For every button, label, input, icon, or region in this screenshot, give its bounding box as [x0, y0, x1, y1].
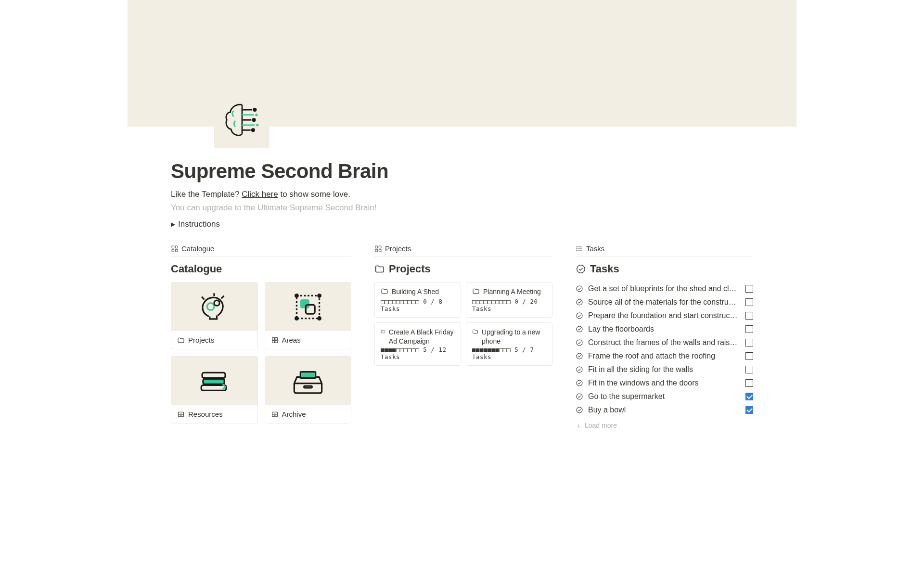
gallery-view-icon	[374, 245, 382, 253]
check-circle-icon	[576, 285, 583, 293]
catalogue-card-label: Archive	[282, 410, 306, 418]
click-here-link[interactable]: Click here	[242, 190, 278, 199]
task-row[interactable]: Source all of the materials for the cons…	[576, 295, 753, 309]
svg-rect-30	[201, 385, 226, 390]
task-checkbox[interactable]	[745, 325, 753, 333]
svg-point-3	[255, 114, 257, 116]
svg-rect-13	[175, 249, 178, 252]
task-row[interactable]: Get a set of blueprints for the shed and…	[576, 282, 753, 295]
tab-tasks[interactable]: Tasks	[576, 244, 753, 257]
section-title-projects: Projects	[374, 263, 552, 275]
upgrade-text[interactable]: You can upgrade to the Ultimate Supreme …	[171, 203, 753, 213]
svg-rect-43	[375, 246, 378, 248]
page-title[interactable]: Supreme Second Brain	[171, 160, 753, 183]
project-card[interactable]: Upgrading to a new phone■■■■■■■□□□ 5 / 7…	[466, 322, 552, 366]
page-icon[interactable]	[214, 93, 270, 148]
list-view-icon	[576, 245, 583, 253]
check-circle-icon	[576, 264, 586, 274]
catalogue-card-label: Projects	[188, 336, 214, 344]
check-circle-icon	[576, 325, 583, 333]
task-row[interactable]: Buy a bowl	[576, 403, 753, 417]
svg-point-5	[253, 118, 255, 121]
svg-point-7	[256, 124, 258, 126]
svg-rect-11	[175, 246, 178, 248]
cabinet-icon	[177, 410, 185, 418]
folder-icon	[374, 264, 385, 274]
task-row[interactable]: Frame the roof and attach the roofing	[576, 349, 753, 363]
task-checkbox[interactable]	[745, 406, 753, 414]
svg-rect-12	[172, 249, 174, 252]
svg-rect-27	[275, 337, 277, 340]
load-more-button[interactable]: Load more	[576, 422, 753, 429]
subtitle-suffix: to show some love.	[278, 190, 350, 199]
task-row[interactable]: Fit in all the siding for the walls	[576, 363, 753, 376]
svg-line-16	[202, 296, 205, 299]
svg-point-9	[252, 128, 254, 131]
task-checkbox[interactable]	[745, 312, 753, 320]
check-circle-icon	[576, 393, 583, 400]
task-text: Source all of the materials for the cons…	[588, 298, 741, 307]
tab-projects-label: Projects	[385, 244, 411, 253]
svg-point-22	[295, 294, 298, 297]
instructions-label: Instructions	[178, 219, 220, 229]
task-checkbox[interactable]	[745, 352, 753, 360]
catalogue-card-archive[interactable]: Archive	[265, 356, 352, 423]
load-more-label: Load more	[585, 422, 617, 429]
folder-icon	[472, 287, 480, 295]
section-title-catalogue: Catalogue	[171, 263, 351, 275]
svg-point-62	[577, 394, 582, 399]
svg-rect-10	[172, 246, 174, 248]
svg-rect-44	[379, 246, 381, 248]
svg-point-23	[318, 294, 321, 297]
squares-overlap-icon	[292, 291, 324, 323]
svg-line-17	[221, 295, 224, 298]
project-progress: □□□□□□□□□□ 0 / 8 Tasks	[381, 298, 455, 312]
gallery-view-icon	[171, 245, 179, 253]
task-row[interactable]: Prepare the foundation and start constru…	[576, 309, 753, 322]
project-card[interactable]: Create A Black Friday Ad Campaign■■■■□□□…	[374, 322, 461, 366]
svg-point-54	[577, 286, 582, 292]
task-row[interactable]: Fit in the windows and the doors	[576, 376, 753, 390]
task-text: Prepare the foundation and start constru…	[588, 311, 741, 320]
svg-point-50	[577, 246, 577, 247]
task-checkbox[interactable]	[745, 339, 753, 346]
svg-point-56	[577, 313, 582, 319]
task-text: Construct the frames of the walls and ra…	[588, 338, 741, 347]
task-checkbox[interactable]	[745, 298, 753, 306]
catalogue-thumb	[265, 282, 351, 331]
catalogue-card-projects[interactable]: Projects	[171, 282, 258, 349]
catalogue-thumb	[171, 357, 257, 405]
triangle-right-icon: ▶	[171, 221, 175, 228]
project-card[interactable]: Planning A Meeting□□□□□□□□□□ 0 / 20 Task…	[466, 282, 552, 318]
svg-rect-45	[375, 249, 378, 252]
square-grid-icon	[271, 336, 279, 344]
catalogue-card-label: Areas	[282, 336, 301, 344]
check-circle-icon	[576, 379, 583, 387]
tab-projects[interactable]: Projects	[374, 244, 552, 257]
svg-rect-20	[300, 299, 309, 308]
task-checkbox[interactable]	[745, 366, 753, 373]
catalogue-card-areas[interactable]: Areas	[265, 282, 352, 349]
tab-tasks-label: Tasks	[586, 244, 604, 253]
task-row[interactable]: Lay the floorboards	[576, 322, 753, 336]
task-text: Frame the roof and attach the roofing	[588, 352, 741, 360]
task-checkbox[interactable]	[745, 379, 753, 387]
task-row[interactable]: Go to the supermarket	[576, 390, 753, 403]
books-stack-icon	[197, 366, 231, 396]
svg-rect-38	[304, 386, 312, 388]
tab-catalogue[interactable]: Catalogue	[171, 244, 351, 257]
svg-point-24	[295, 317, 298, 320]
task-checkbox[interactable]	[745, 393, 753, 400]
svg-point-14	[207, 303, 214, 310]
instructions-toggle[interactable]: ▶ Instructions	[171, 219, 753, 229]
task-row[interactable]: Construct the frames of the walls and ra…	[576, 336, 753, 349]
catalogue-card-resources[interactable]: Resources	[171, 356, 258, 423]
project-name: Create A Black Friday Ad Campaign	[389, 328, 455, 346]
project-card[interactable]: Building A Shed□□□□□□□□□□ 0 / 8 Tasks	[374, 282, 461, 318]
svg-point-61	[577, 380, 582, 386]
check-circle-icon	[576, 339, 583, 346]
subtitle-text: Like the Template? Click here to show so…	[171, 190, 753, 199]
section-title-tasks: Tasks	[576, 263, 753, 275]
check-circle-icon	[576, 312, 583, 320]
task-checkbox[interactable]	[745, 285, 753, 293]
